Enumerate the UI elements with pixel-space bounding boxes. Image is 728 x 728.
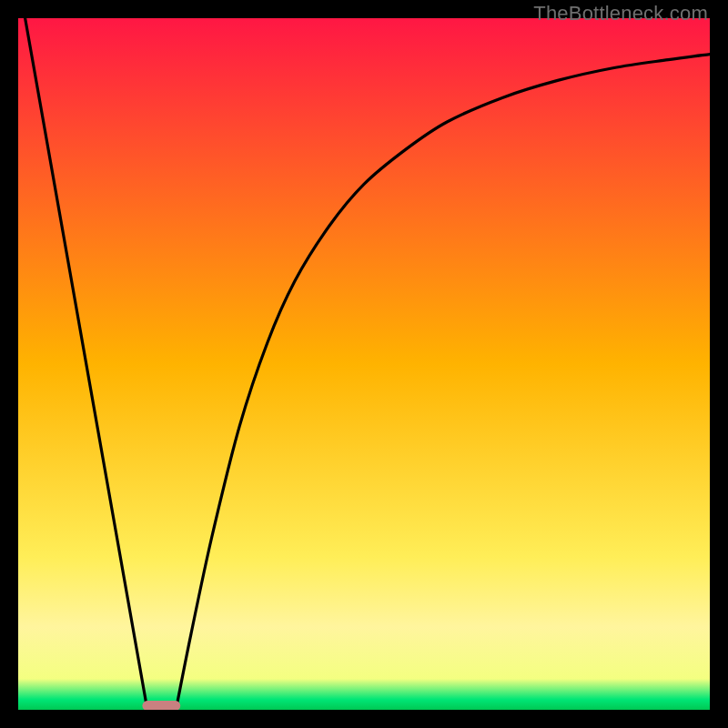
baseline-marker [142,701,180,710]
baseline-pill [142,701,180,710]
watermark-text: TheBottleneck.com [533,2,708,25]
chart-plot [18,18,710,710]
chart-frame [18,18,710,710]
gradient-bg [18,18,710,710]
